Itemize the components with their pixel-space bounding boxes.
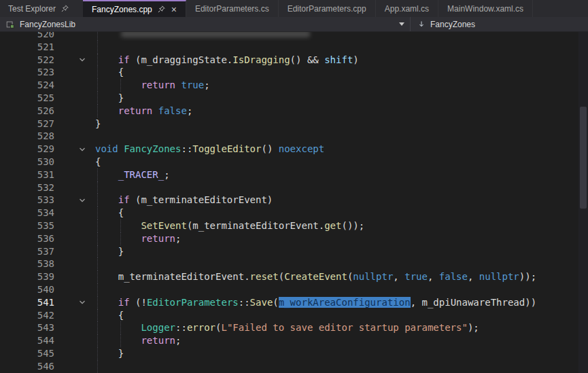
fold-chevron-icon[interactable] [57,54,95,67]
fold-margin [57,92,95,105]
token: if [118,54,130,65]
code-line: 525 } [0,92,578,105]
token: ()); [341,220,364,231]
indent-guide [120,79,121,92]
code-text[interactable]: } [95,118,578,130]
code-text[interactable]: return; [95,334,578,347]
code-text[interactable] [95,41,578,54]
line-number[interactable]: 540 [0,283,57,296]
code-text[interactable]: { [95,156,578,168]
code-text[interactable] [95,360,578,373]
line-number[interactable]: 541 [0,296,57,309]
line-number[interactable]: 530 [0,156,57,168]
scope-dropdown[interactable]: FancyZones [411,17,481,31]
code-line: 531 _TRACER_; [0,168,578,181]
line-number[interactable]: 528 [0,130,57,143]
token: ( [279,271,284,282]
line-number[interactable]: 544 [0,334,57,347]
line-number[interactable]: 523 [0,66,57,79]
line-number[interactable]: 527 [0,118,57,130]
token: Save [250,297,273,308]
code-text[interactable]: _TRACER_; [95,168,578,181]
fold-chevron-icon[interactable] [57,296,95,309]
token: ) [353,54,358,65]
code-text[interactable] [95,257,578,270]
code-editor[interactable]: 520521522 if (m_draggingState.IsDragging… [0,32,578,373]
scrollbar-thumb[interactable] [580,107,587,209]
code-text[interactable] [95,32,578,41]
vertical-scrollbar[interactable] [578,32,588,373]
line-number[interactable]: 529 [0,143,57,156]
project-dropdown[interactable]: FancyZonesLib [0,17,411,31]
code-text[interactable]: if (!EditorParameters::Save(m_workAreaCo… [95,296,578,309]
tab-editorparameters-cpp[interactable]: EditorParameters.cpp [279,0,376,17]
line-number[interactable]: 535 [0,219,57,232]
tab-mainwindow-xaml-cs[interactable]: MainWindow.xaml.cs [438,0,533,17]
line-number[interactable]: 521 [0,41,57,54]
fold-margin [57,270,95,283]
arrow-down-icon [417,20,426,29]
code-text[interactable]: return; [95,232,578,245]
token [95,54,118,65]
scope-dropdown-label: FancyZones [430,20,475,29]
line-number[interactable]: 537 [0,245,57,258]
tab-editorparameters-cs[interactable]: EditorParameters.cs [186,0,279,17]
line-number[interactable]: 532 [0,181,57,194]
code-text[interactable]: return true; [95,79,578,92]
code-text[interactable]: } [95,245,578,258]
line-number[interactable]: 525 [0,92,57,105]
pin-icon[interactable] [157,5,166,14]
code-line: 546 [0,360,578,373]
code-text[interactable]: SetEvent(m_terminateEditorEvent.get()); [95,219,578,232]
line-number[interactable]: 542 [0,309,57,322]
line-number[interactable]: 543 [0,321,57,334]
code-text[interactable]: { [95,66,578,79]
code-text[interactable]: m_terminateEditorEvent.reset(CreateEvent… [95,270,578,283]
fold-chevron-icon[interactable] [57,194,95,207]
code-text[interactable]: { [95,309,578,322]
line-number[interactable]: 534 [0,207,57,219]
fold-margin [57,360,95,373]
token [95,233,141,244]
close-icon[interactable]: × [171,5,177,14]
code-line: 526 return false; [0,105,578,118]
line-number[interactable]: 526 [0,105,57,118]
code-text[interactable] [95,181,578,194]
code-text[interactable]: Logger::error(L"Failed to save editor st… [95,321,578,334]
line-number[interactable]: 520 [0,32,57,41]
line-number[interactable]: 524 [0,79,57,92]
code-text[interactable]: } [95,347,578,360]
indent-guide [97,232,98,245]
code-text[interactable]: return false; [95,105,578,118]
line-number[interactable]: 539 [0,270,57,283]
line-number[interactable]: 536 [0,232,57,245]
token: m_draggingState. [141,54,232,65]
tab-fancyzones-cpp[interactable]: FancyZones.cpp× [83,0,186,17]
tab-test-explorer[interactable]: Test Explorer [0,0,76,17]
code-text[interactable] [95,283,578,296]
fold-chevron-icon[interactable] [57,143,95,156]
code-text[interactable]: { [95,207,578,219]
fold-margin [57,283,95,296]
line-number[interactable]: 533 [0,194,57,207]
line-number[interactable]: 545 [0,347,57,360]
token: { [95,310,124,321]
code-text[interactable]: if (m_draggingState.IsDragging() && shif… [95,54,578,67]
tab-app-xaml-cs[interactable]: App.xaml.cs [376,0,438,17]
pin-icon[interactable] [60,4,69,13]
line-number[interactable]: 538 [0,257,57,270]
token [95,105,118,116]
code-text[interactable]: if (m_terminateEditorEvent) [95,194,578,207]
token: :: [181,143,192,154]
token: :: [175,322,187,333]
code-line: 542 { [0,309,578,322]
line-number[interactable]: 546 [0,360,57,373]
line-number[interactable]: 522 [0,54,57,67]
token [95,322,141,333]
code-text[interactable] [95,130,578,143]
code-text[interactable]: } [95,92,578,105]
line-number[interactable]: 531 [0,168,57,181]
code-text[interactable]: void FancyZones::ToggleEditor() noexcept [95,143,578,156]
code-line: 521 [0,41,578,54]
code-line: 543 Logger::error(L"Failed to save edito… [0,321,578,334]
